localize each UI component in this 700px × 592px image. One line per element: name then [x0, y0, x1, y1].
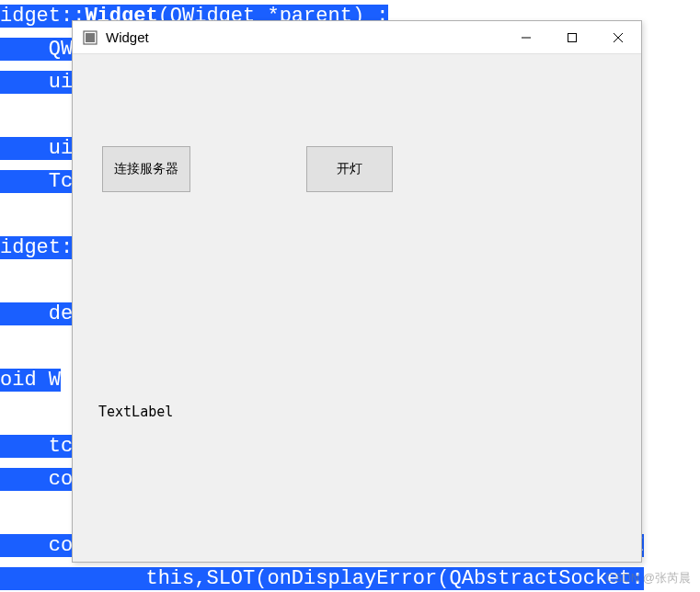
code-text: idget: — [0, 236, 73, 259]
text-label: TextLabel — [98, 404, 173, 420]
connect-server-button[interactable]: 连接服务器 — [102, 146, 190, 192]
code-text: oid W — [0, 369, 61, 392]
window-controls — [503, 21, 641, 54]
qt-app-icon — [82, 29, 98, 46]
svg-rect-3 — [568, 33, 577, 41]
widget-window: Widget 连接服务器 开灯 TextLabel — [72, 20, 642, 563]
code-text: this,SLOT(onDisplayError(QAbstractSocket… — [0, 567, 644, 590]
svg-rect-1 — [86, 33, 95, 42]
close-button[interactable] — [595, 21, 641, 54]
window-titlebar[interactable]: Widget — [73, 21, 641, 54]
minimize-button[interactable] — [503, 21, 549, 54]
light-on-button[interactable]: 开灯 — [306, 146, 393, 192]
window-title: Widget — [106, 29, 503, 45]
watermark-text: CSDN @张芮晨 — [605, 570, 691, 586]
window-client-area: 连接服务器 开灯 TextLabel — [73, 54, 641, 562]
maximize-button[interactable] — [549, 21, 595, 54]
